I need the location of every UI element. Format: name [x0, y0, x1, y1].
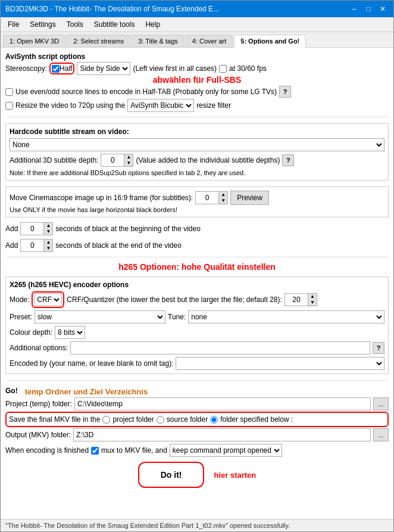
black-beginning-input[interactable] — [20, 222, 44, 235]
depth-up-btn[interactable]: ▲ — [124, 154, 133, 160]
main-content: AviSynth script options Stereoscopy: Hal… — [1, 48, 393, 519]
preset-label: Preset: — [10, 313, 32, 321]
crf-input[interactable] — [284, 293, 308, 306]
tab-open-mkv[interactable]: 1: Open MKV 3D — [3, 35, 65, 47]
cinemascope-label: Move Cinemascope image up in 16:9 frame … — [10, 194, 193, 202]
crf-up[interactable]: ▲ — [308, 294, 317, 300]
menu-subtitle-tools[interactable]: Subtitle tools — [89, 18, 140, 30]
additional-options-help[interactable]: ? — [373, 342, 384, 354]
project-folder-input[interactable] — [74, 397, 371, 410]
x265-annotation: h265 Optionen: hohe Qualität einstellen — [5, 262, 389, 272]
x265-title: X265 (h265 HEVC) encoder options — [10, 281, 384, 289]
project-folder-browse[interactable]: ... — [373, 397, 389, 410]
depth-row: Additional 3D subtitle depth: ▲ ▼ (Value… — [10, 154, 384, 167]
do-it-row: Do it! hier starten — [5, 462, 389, 488]
fps-checkbox[interactable] — [219, 65, 227, 73]
x265-section: X265 (h265 HEVC) encoder options Mode: C… — [5, 276, 389, 374]
cinemascope-down-btn[interactable]: ▼ — [219, 198, 227, 204]
cinemascope-input[interactable] — [195, 191, 219, 204]
do-it-button[interactable]: Do it! — [143, 466, 200, 483]
do-it-circle: Do it! — [138, 462, 205, 488]
menu-file[interactable]: File — [3, 18, 24, 30]
project-folder-row: Project (temp) folder: ... — [5, 397, 389, 410]
menu-tools[interactable]: Tools — [62, 18, 88, 30]
window-title: BD3D2MK3D - The Hobbit- The Desolation o… — [5, 5, 219, 13]
colour-depth-select[interactable]: 8 bits — [55, 326, 85, 339]
depth-input[interactable] — [101, 154, 124, 167]
black-beginning-spinner: ▲ ▼ — [20, 222, 53, 235]
left-view-label: (Left view first in all cases) — [133, 64, 217, 73]
colour-depth-label: Colour depth: — [10, 328, 52, 337]
resize-checkbox[interactable] — [5, 102, 13, 110]
tab-title-tags[interactable]: 3: Title & tags — [132, 35, 185, 47]
black-end-up[interactable]: ▲ — [44, 239, 52, 245]
go-annotation: temp Ordner und Ziel Verzeichnis — [25, 387, 148, 396]
window-controls: – □ ✕ — [348, 3, 389, 15]
use-even-odd-label: Use even/odd source lines to encode in H… — [15, 88, 277, 96]
depth-label: Additional 3D subtitle depth: — [10, 156, 98, 164]
black-beginning-down[interactable]: ▼ — [44, 229, 52, 235]
preview-button[interactable]: Preview — [230, 191, 269, 205]
black-end-input[interactable] — [20, 239, 44, 252]
depth-help[interactable]: ? — [282, 154, 294, 166]
add-beginning-label: Add — [5, 225, 18, 233]
menu-settings[interactable]: Settings — [25, 18, 60, 30]
output-folder-input[interactable] — [73, 428, 371, 441]
side-by-side-select[interactable]: Side by Side — [77, 62, 130, 75]
source-folder-radio-label: source folder — [167, 415, 208, 424]
encoded-by-select[interactable] — [176, 357, 384, 370]
output-folder-row: Output (MKV) folder: ... — [5, 428, 389, 441]
preset-select[interactable]: slow — [35, 310, 165, 323]
minimize-button[interactable]: – — [348, 3, 360, 15]
folder-specified-radio[interactable] — [210, 416, 218, 424]
save-mkv-row: Save the final MKV file in the project f… — [5, 412, 389, 427]
additional-options-input[interactable] — [70, 341, 370, 354]
mode-label: Mode: — [10, 295, 29, 304]
black-beginning-up[interactable]: ▲ — [44, 223, 52, 229]
half-circle: Half — [49, 63, 74, 74]
maximize-button[interactable]: □ — [362, 3, 374, 15]
depth-down-btn[interactable]: ▼ — [124, 160, 133, 166]
hardcode-note: Note: If there are additional BDSup2Sub … — [10, 169, 384, 176]
output-folder-browse[interactable]: ... — [373, 428, 389, 441]
crf-btns: ▲ ▼ — [308, 293, 317, 306]
use-even-odd-row: Use even/odd source lines to encode in H… — [5, 86, 389, 98]
crf-down[interactable]: ▼ — [308, 300, 317, 306]
depth-spinner-btns: ▲ ▼ — [124, 154, 133, 167]
menubar: File Settings Tools Subtitle tools Help — [1, 17, 393, 32]
crf-spinner: ▲ ▼ — [284, 293, 317, 306]
depth-note: (Value added to the individual subtitle … — [136, 156, 280, 164]
stereoscopy-row: Stereoscopy: Half Side by Side (Left vie… — [5, 62, 389, 75]
tune-label: Tune: — [168, 313, 186, 321]
half-checkbox[interactable] — [52, 65, 60, 73]
divider-1 — [5, 117, 389, 117]
mux-checkbox[interactable] — [91, 447, 99, 455]
statusbar-text: "The Hobbit- The Desolation of the Smaug… — [5, 522, 290, 529]
cinemascope-section: Move Cinemascope image up in 16:9 frame … — [5, 186, 389, 217]
cinemascope-up-btn[interactable]: ▲ — [219, 192, 227, 198]
additional-options-row: Additional options: ? — [10, 341, 384, 354]
hardcode-section: Hardcode subtitle stream on video: None … — [5, 123, 389, 181]
menu-help[interactable]: Help — [140, 18, 165, 30]
black-beginning-row: Add ▲ ▼ seconds of black at the beginnin… — [5, 222, 389, 235]
black-beginning-btns: ▲ ▼ — [44, 222, 53, 235]
project-folder-radio[interactable] — [102, 416, 110, 424]
when-encoding-label: When encoding is finished — [5, 446, 89, 455]
resize-row: Resize the video to 720p using the AviSy… — [5, 99, 389, 112]
keep-cmd-select[interactable]: keep command prompt opened — [170, 444, 282, 457]
use-even-odd-help[interactable]: ? — [279, 86, 291, 98]
additional-options-label: Additional options: — [10, 344, 68, 352]
use-even-odd-checkbox[interactable] — [5, 88, 13, 96]
tab-cover-art[interactable]: 4: Cover art — [186, 35, 233, 47]
hardcode-stream-select[interactable]: None — [10, 138, 384, 151]
tab-options-go[interactable]: 5: Options and Go! — [234, 35, 306, 48]
avisynth-title: AviSynth script options — [5, 52, 389, 61]
tune-select[interactable]: none — [188, 310, 384, 323]
resize-filter-select[interactable]: AviSynth Bicubic — [127, 99, 194, 112]
when-encoding-row: When encoding is finished mux to MKV fil… — [5, 444, 389, 457]
mode-select[interactable]: CRF — [34, 293, 62, 306]
close-button[interactable]: ✕ — [377, 3, 389, 15]
source-folder-radio[interactable] — [157, 416, 164, 424]
tab-select-streams[interactable]: 2: Select streams — [67, 35, 130, 47]
black-end-down[interactable]: ▼ — [44, 245, 52, 251]
